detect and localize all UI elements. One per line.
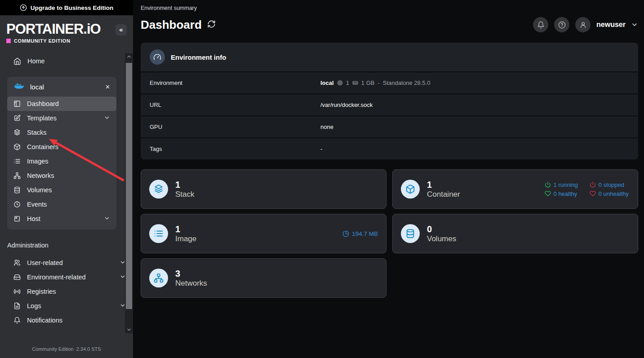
sidebar-item-home[interactable]: Home <box>13 55 120 67</box>
sidebar-item-environment-related[interactable]: Environment-related <box>0 270 133 284</box>
environment-header-local[interactable]: local ✕ <box>7 77 116 97</box>
stack-label: Stack <box>175 190 195 199</box>
cpu-icon <box>337 80 343 86</box>
row-label: Environment <box>150 80 320 86</box>
help-button[interactable] <box>554 17 569 32</box>
sidebar-item-dashboard[interactable]: Dashboard <box>7 97 116 111</box>
sidebar-item-stacks[interactable]: Stacks <box>7 125 116 140</box>
host-icon <box>13 215 21 222</box>
clock-icon <box>13 201 21 208</box>
sidebar-item-volumes[interactable]: Volumes <box>7 183 116 197</box>
volumes-count: 0 <box>427 224 456 234</box>
edition-square-icon <box>6 39 11 43</box>
networks-count: 3 <box>175 268 207 279</box>
administration-header: Administration <box>7 242 133 249</box>
environment-name: local <box>30 83 44 91</box>
database-icon-circle <box>401 224 420 243</box>
networks-card[interactable]: 3 Networks <box>141 258 386 298</box>
platform-version: Standalone 28.5.0 <box>383 80 431 86</box>
pie-chart-icon <box>342 230 349 237</box>
users-icon <box>13 259 21 266</box>
database-icon <box>13 186 21 194</box>
url-value: /var/run/docker.sock <box>320 102 373 108</box>
sidebar-item-images[interactable]: Images <box>7 154 116 168</box>
main-content: Environment summary Dashboard newuser <box>133 0 644 358</box>
container-statuses: 1 running 0 stopped 0 healthy 0 unhealth… <box>545 181 630 197</box>
refresh-button[interactable] <box>207 20 216 30</box>
username[interactable]: newuser <box>596 21 626 29</box>
stopped-status: 0 stopped <box>590 181 629 188</box>
layers-icon <box>154 184 164 194</box>
cpu-count: 1 <box>346 80 349 86</box>
chevron-down-icon <box>104 115 110 121</box>
row-label: Tags <box>150 146 320 152</box>
network-icon-circle <box>149 269 168 287</box>
running-label: 1 running <box>554 181 578 188</box>
menu-label: Templates <box>27 115 57 122</box>
close-environment-icon[interactable]: ✕ <box>105 84 110 90</box>
menu-label: Networks <box>27 172 54 179</box>
gpu-row: GPU none <box>141 115 638 137</box>
scrollbar-up-button[interactable] <box>125 53 133 60</box>
footer-version: 2.34.0 STS <box>76 346 101 352</box>
healthy-label: 0 healthy <box>554 190 577 197</box>
menu-label: Registries <box>27 288 56 295</box>
menu-label: Images <box>27 158 49 165</box>
sidebar-item-registries[interactable]: Registries <box>0 284 133 299</box>
stacks-card[interactable]: 1 Stack <box>141 169 386 209</box>
images-total-size: 194.7 MB <box>342 230 378 237</box>
chevron-down-icon <box>104 215 110 221</box>
edition-label: COMMUNITY EDITION <box>14 38 71 44</box>
environment-info-title: Environment info <box>171 53 226 61</box>
portainer-app: Upgrade to Business Edition PORTAINER.iO… <box>0 0 644 358</box>
edit-icon <box>13 115 21 122</box>
breadcrumb[interactable]: Environment summary <box>141 5 638 11</box>
page-header: Dashboard newuser <box>141 17 638 32</box>
bell-icon <box>13 317 21 324</box>
sidebar: Upgrade to Business Edition PORTAINER.iO… <box>0 0 133 358</box>
user-menu-chevron[interactable] <box>631 21 638 28</box>
administration-menu: User-related Environment-related Registr… <box>0 256 133 327</box>
sidebar-item-containers[interactable]: Containers <box>7 140 116 154</box>
sidebar-item-networks[interactable]: Networks <box>7 168 116 183</box>
box-icon-circle <box>401 180 420 199</box>
help-circle-icon <box>558 21 566 29</box>
refresh-icon <box>207 20 216 28</box>
gauge-icon-circle <box>150 49 165 65</box>
network-icon <box>13 172 21 179</box>
healthy-status: 0 healthy <box>545 190 578 197</box>
url-row: URL /var/run/docker.sock <box>141 93 638 115</box>
images-card[interactable]: 1 Image 194.7 MB <box>141 214 386 253</box>
scrollbar-thumb[interactable] <box>126 63 132 309</box>
upgrade-business-button[interactable]: Upgrade to Business Edition <box>0 0 133 15</box>
sidebar-item-logs[interactable]: Logs <box>0 299 133 313</box>
sidebar-item-user-related[interactable]: User-related <box>0 256 133 270</box>
value-separator: - <box>378 80 379 86</box>
menu-label: Environment-related <box>27 274 86 281</box>
menu-label: Dashboard <box>27 100 59 107</box>
user-avatar-button[interactable] <box>575 17 591 32</box>
sidebar-collapse-button[interactable]: « <box>115 24 127 35</box>
sidebar-item-notifications[interactable]: Notifications <box>0 313 133 327</box>
container-label: Container <box>427 190 460 199</box>
scrollbar-down-button[interactable] <box>125 326 133 333</box>
sidebar-scrollbar[interactable] <box>125 53 133 333</box>
size-label: 194.7 MB <box>352 230 378 237</box>
row-label: GPU <box>150 124 320 130</box>
networks-label: Networks <box>175 279 207 288</box>
sidebar-item-events[interactable]: Events <box>7 197 116 212</box>
notifications-button[interactable] <box>533 17 548 32</box>
running-status: 1 running <box>545 181 578 188</box>
containers-card[interactable]: 1 Container 1 running 0 stopped 0 health… <box>392 169 638 209</box>
sidebar-item-templates[interactable]: Templates <box>7 111 116 125</box>
portainer-logo: PORTAINER.iO <box>6 22 101 37</box>
tags-value: - <box>320 146 322 152</box>
layers-icon <box>13 129 21 136</box>
volumes-card[interactable]: 0 Volumes <box>392 214 638 253</box>
menu-label: Events <box>27 201 47 208</box>
bell-icon <box>537 21 545 29</box>
chevron-down-icon <box>631 21 638 28</box>
sidebar-item-host[interactable]: Host <box>7 212 116 226</box>
environment-info-header: Environment info <box>141 43 638 71</box>
container-count: 1 <box>427 179 460 190</box>
